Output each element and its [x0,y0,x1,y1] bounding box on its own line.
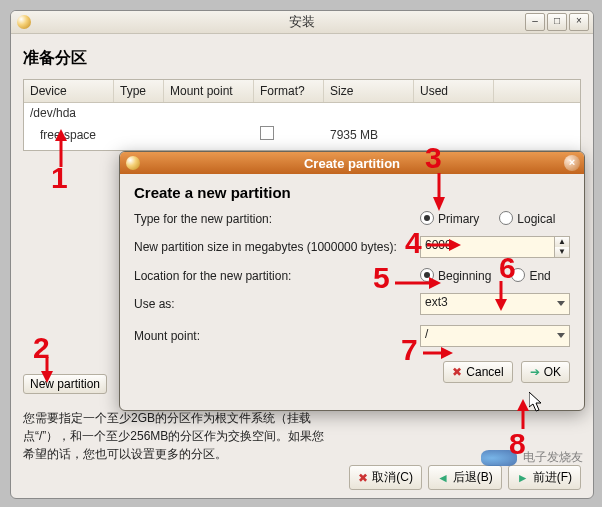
mount-point-select[interactable]: / [420,325,570,347]
footer-buttons: ✖ 取消(C) ◄ 后退(B) ► 前进(F) [349,465,581,490]
table-header: Device Type Mount point Format? Size Use… [24,80,580,103]
dialog-titlebar: Create partition × [120,152,584,174]
spin-buttons[interactable]: ▲▼ [554,236,570,258]
col-size[interactable]: Size [324,80,414,102]
watermark-logo [481,450,517,466]
dialog-close-button[interactable]: × [564,155,580,171]
table-row[interactable]: /dev/hda [24,103,580,123]
spin-up-icon[interactable]: ▲ [555,237,569,247]
watermark: 电子发烧友 [481,449,583,466]
watermark-text: 电子发烧友 [523,449,583,466]
type-primary-option[interactable]: Primary [420,211,479,226]
hint-text: 您需要指定一个至少2GB的分区作为根文件系统（挂载 点“/”），和一个至少256… [23,409,373,463]
new-partition-button[interactable]: New partition [23,374,107,394]
table-row[interactable]: free space 7935 MB [24,123,580,146]
page-title: 准备分区 [23,48,581,69]
ok-icon: ➔ [530,365,540,379]
label-location: Location for the new partition: [134,269,402,283]
size-input[interactable]: 6000 [420,236,554,258]
forward-icon: ► [517,471,529,485]
col-type[interactable]: Type [114,80,164,102]
type-radio-group: Primary Logical [420,211,570,226]
location-radio-group: Beginning End [420,268,570,283]
back-icon: ◄ [437,471,449,485]
use-as-select[interactable]: ext3 [420,293,570,315]
partition-table: Device Type Mount point Format? Size Use… [23,79,581,151]
radio-icon [499,211,513,225]
radio-icon [420,211,434,225]
maximize-button[interactable]: □ [547,13,567,31]
col-used[interactable]: Used [414,80,494,102]
type-logical-option[interactable]: Logical [499,211,555,226]
label-use-as: Use as: [134,297,402,311]
location-end-option[interactable]: End [511,268,550,283]
cancel-icon: ✖ [452,365,462,379]
minimize-button[interactable]: – [525,13,545,31]
titlebar: 安装 – □ × [11,11,593,34]
col-format[interactable]: Format? [254,80,324,102]
dialog-ok-button[interactable]: ➔ OK [521,361,570,383]
col-mount[interactable]: Mount point [164,80,254,102]
back-button[interactable]: ◄ 后退(B) [428,465,502,490]
window-title: 安装 [289,13,315,31]
annotation-2: 2 [33,331,50,365]
spin-down-icon[interactable]: ▼ [555,247,569,257]
dialog-actions: ✖ Cancel ➔ OK [134,361,570,383]
app-icon [17,15,31,29]
radio-icon [511,268,525,282]
dialog-heading: Create a new partition [134,184,570,201]
close-button[interactable]: × [569,13,589,31]
label-size: New partition size in megabytes (1000000… [134,240,402,254]
cancel-button[interactable]: ✖ 取消(C) [349,465,422,490]
row-size: 7935 MB [324,125,414,145]
size-spinner[interactable]: 6000 ▲▼ [420,236,570,258]
label-mount: Mount point: [134,329,402,343]
forward-button[interactable]: ► 前进(F) [508,465,581,490]
label-type: Type for the new partition: [134,212,402,226]
radio-icon [420,268,434,282]
app-icon [126,156,140,170]
content-area: 准备分区 Device Type Mount point Format? Siz… [11,34,593,159]
dialog-form: Type for the new partition: Primary Logi… [134,211,570,347]
dialog-title: Create partition [304,156,400,171]
row-device: free space [24,125,114,145]
create-partition-dialog: Create partition × Create a new partitio… [119,151,585,411]
row-device: /dev/hda [24,103,114,123]
cancel-icon: ✖ [358,471,368,485]
dialog-body: Create a new partition Type for the new … [120,174,584,391]
col-device[interactable]: Device [24,80,114,102]
dialog-cancel-button[interactable]: ✖ Cancel [443,361,512,383]
location-beginning-option[interactable]: Beginning [420,268,491,283]
checkbox-icon [260,126,274,140]
annotation-1: 1 [51,161,68,195]
installer-window: 安装 – □ × 准备分区 Device Type Mount point Fo… [10,10,594,499]
window-controls: – □ × [523,13,589,31]
format-checkbox[interactable] [254,123,324,146]
